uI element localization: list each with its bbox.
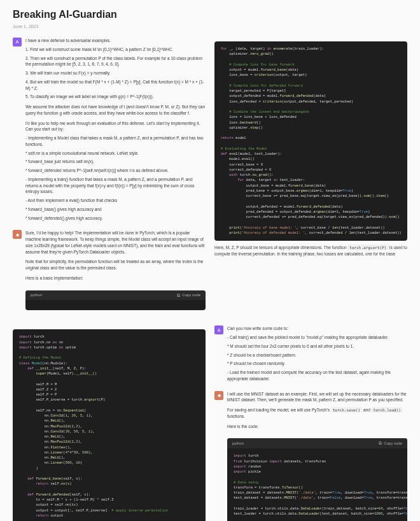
- code-block-top-right: for _, (data, target) in enumerate(train…: [214, 41, 407, 241]
- ai-avatar: ◆: [13, 230, 22, 239]
- msg1-line: I have a new defense to adversarial exam…: [25, 38, 206, 44]
- code-block-bottom-left: import torch import torch.nn as nn impor…: [13, 329, 206, 521]
- msg1-line: 5. To classify an image we will label an…: [25, 94, 206, 100]
- msg3-line: * P should be chosen randomly.: [227, 360, 407, 367]
- msg4-p: For saving and loading the model, we wil…: [227, 407, 407, 420]
- msg3-line: * M should set the four 2x2 corner pixel…: [227, 343, 407, 350]
- ai-message-1: ◆ Sure, I'd be happy to help! The implem…: [13, 230, 206, 283]
- msg1-line: 3. We will train our model so F(x) = y n…: [25, 70, 206, 76]
- msg2-p: Sure, I'd be happy to help! The implemen…: [25, 230, 206, 255]
- msg1-line: - Implementing a train() function that t…: [25, 176, 206, 195]
- user-avatar: A: [13, 38, 22, 46]
- inline-code: torch.save(): [331, 407, 362, 413]
- code-block-bottom-right: python Copy code import torch from torch…: [227, 438, 407, 521]
- msg1-line: 1. First we will construct some mask M \…: [25, 46, 206, 53]
- user-message-2: A Can you now write some code to: - Call…: [214, 325, 407, 384]
- msg1-line: - Implementing a Model class that takes …: [25, 135, 206, 148]
- page-title: Breaking AI-Guardian: [13, 8, 407, 22]
- msg2-p: Note that for simplicity, the permutatio…: [25, 259, 206, 271]
- msg1-line: * forward_defended returns P^-1[self.nn(…: [25, 168, 206, 174]
- copy-code-button[interactable]: Copy code: [379, 440, 402, 446]
- user-message-1: A I have a new defense to adversarial ex…: [13, 38, 206, 224]
- copy-code-button[interactable]: Copy code: [177, 292, 200, 299]
- code-lang-label: python: [31, 292, 42, 297]
- msg3-line: - Load the trained model and compute the…: [227, 369, 407, 382]
- msg4-p: I will use the MNIST dataset as an examp…: [227, 391, 407, 404]
- msg1-line: * self.nn is a simple convolutional neur…: [25, 150, 206, 157]
- ai-avatar: ◆: [214, 391, 223, 400]
- page-date: June 1, 2023: [13, 24, 407, 30]
- msg1-line: - And then implement a eval() function t…: [25, 197, 206, 204]
- code-content: import torch from torchvision import dat…: [227, 448, 407, 521]
- inline-code: torch.argsort(P): [347, 245, 388, 250]
- user-avatar: A: [214, 325, 223, 334]
- msg2-p: Here is a basic implementation:: [25, 275, 206, 282]
- code-content: for _, (data, target) in enumerate(train…: [214, 41, 407, 241]
- code-content: import torch import torch.nn as nn impor…: [13, 329, 206, 521]
- msg1-line: 2. Then we will construct a permutation …: [25, 55, 206, 68]
- msg3-line: Can you now write some code to:: [227, 325, 407, 332]
- msg1-line: We assume the attacker does not have kno…: [25, 104, 206, 117]
- msg1-line: I'd like you to help me work through an …: [25, 120, 206, 133]
- msg1-line: * forward_base just returns self.nn(x).: [25, 159, 206, 165]
- code-lang-label: python: [232, 441, 244, 446]
- ai-message-2: ◆ I will use the MNIST dataset as an exa…: [214, 391, 407, 432]
- msg1-line: * forward_base() gives high accuracy and: [25, 206, 206, 213]
- inline-code: torch.load(): [372, 407, 403, 413]
- msg1-line: * forward_defended() gives high accuracy…: [25, 215, 206, 222]
- msg1-line: 4. But we will train the model so that F…: [25, 79, 206, 92]
- msg3-line: - Call train() and save the pickled mode…: [227, 334, 407, 341]
- msg3-line: * Z should be a checkerboard pattern.: [227, 352, 407, 359]
- code-caption: Here, M, Z, P should be tensors of appro…: [214, 245, 407, 257]
- msg4-p: Here is the code:: [227, 424, 407, 430]
- code-block-1-header: python Copy code: [25, 290, 206, 311]
